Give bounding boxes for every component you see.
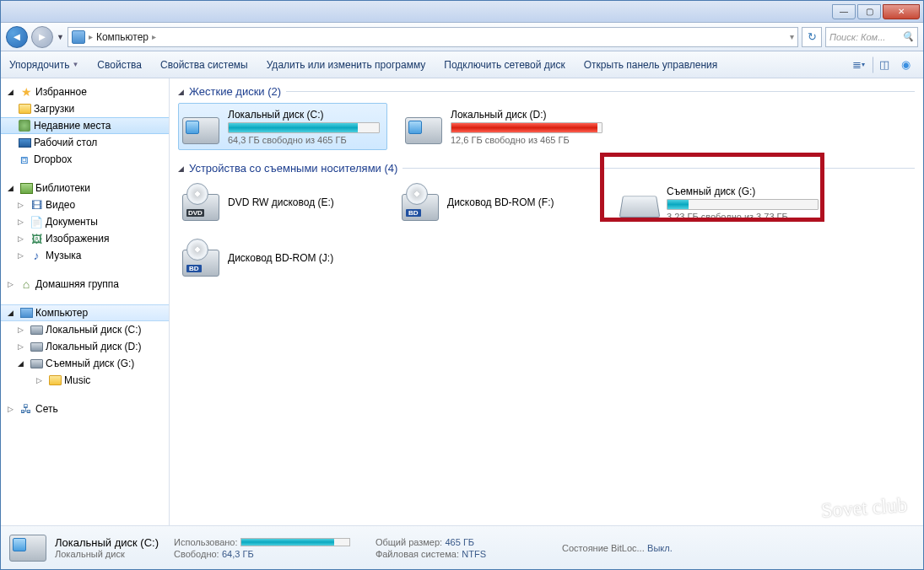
drive-name: Локальный диск (C:) xyxy=(228,109,383,121)
details-fs-val: NTFS xyxy=(462,549,486,559)
desktop-icon xyxy=(18,136,31,149)
drive-f[interactable]: BD Дисковод BD-ROM (F:) xyxy=(397,180,607,227)
usage-bar xyxy=(451,122,602,133)
system-properties-button[interactable]: Свойства системы xyxy=(160,59,248,71)
toolbar: Упорядочить▼ Свойства Свойства системы У… xyxy=(1,51,923,78)
drive-name: Дисковод BD-ROM (F:) xyxy=(447,196,602,208)
collapse-icon: ◢ xyxy=(178,164,184,173)
navigation-pane: ◢★Избранное Загрузки Недавние места Рабо… xyxy=(1,78,170,525)
divider xyxy=(286,91,915,92)
maximize-button[interactable]: ▢ xyxy=(857,4,881,19)
highlight-annotation xyxy=(600,153,824,222)
drive-name: DVD RW дисковод (E:) xyxy=(228,196,383,208)
drive-free: 12,6 ГБ свободно из 465 ГБ xyxy=(451,135,606,145)
navbar: ◄ ► ▼ ▸ Компьютер ▸ ▾ ↻ Поиск: Ком... 🔍 xyxy=(1,23,923,51)
sidebar-downloads[interactable]: Загрузки xyxy=(1,100,169,117)
breadcrumb[interactable]: ▸ Компьютер ▸ ▾ xyxy=(68,27,798,47)
details-total-label: Общий размер: xyxy=(376,537,442,547)
sidebar-disk-c[interactable]: ▷Локальный диск (C:) xyxy=(1,321,169,338)
close-button[interactable]: ✕ xyxy=(883,4,920,19)
sidebar-dropbox[interactable]: ⧈Dropbox xyxy=(1,151,169,168)
sidebar-music-folder[interactable]: ▷Music xyxy=(1,372,169,389)
sidebar-disk-d[interactable]: ▷Локальный диск (D:) xyxy=(1,338,169,355)
control-panel-button[interactable]: Открыть панель управления xyxy=(584,59,718,71)
breadcrumb-location[interactable]: Компьютер xyxy=(96,31,149,43)
breadcrumb-dropdown-icon[interactable]: ▾ xyxy=(790,32,794,41)
sidebar-video[interactable]: ▷🎞Видео xyxy=(1,196,169,213)
dvd-icon: DVD xyxy=(182,184,221,223)
group-hard-disks[interactable]: ◢ Жесткие диски (2) xyxy=(178,85,915,98)
details-used-label: Использовано: xyxy=(174,537,238,547)
history-dropdown-icon[interactable]: ▼ xyxy=(57,33,64,41)
drive-c[interactable]: Локальный диск (C:) 64,3 ГБ свободно из … xyxy=(178,103,387,150)
hdd-icon xyxy=(405,107,444,146)
search-placeholder: Поиск: Ком... xyxy=(829,32,885,42)
details-fs-label: Файловая система: xyxy=(376,549,459,559)
drive-name: Дисковод BD-ROM (J:) xyxy=(228,252,383,264)
star-icon: ★ xyxy=(19,85,33,99)
sidebar-recent[interactable]: Недавние места xyxy=(1,117,169,134)
sidebar-music[interactable]: ▷♪Музыка xyxy=(1,247,169,264)
details-pane: Локальный диск (C:) Локальный диск Испол… xyxy=(1,525,923,569)
drive-name: Локальный диск (D:) xyxy=(451,109,606,121)
recent-icon xyxy=(18,119,31,132)
disk-icon xyxy=(30,340,43,353)
sidebar-documents[interactable]: ▷📄Документы xyxy=(1,213,169,230)
help-icon[interactable]: ◉ xyxy=(896,56,915,73)
back-button[interactable]: ◄ xyxy=(6,26,28,48)
uninstall-button[interactable]: Удалить или изменить программу xyxy=(267,59,426,71)
dropbox-icon: ⧈ xyxy=(18,153,31,166)
sidebar-disk-g[interactable]: ◢Съемный диск (G:) xyxy=(1,355,169,372)
sidebar-computer[interactable]: ◢Компьютер xyxy=(1,304,169,321)
disk-icon xyxy=(30,357,43,370)
documents-icon: 📄 xyxy=(30,215,43,229)
map-drive-button[interactable]: Подключить сетевой диск xyxy=(444,59,565,71)
homegroup-icon: ⌂ xyxy=(19,277,33,291)
bd-icon: BD xyxy=(402,184,440,223)
breadcrumb-sep-icon: ▸ xyxy=(89,32,93,41)
collapse-icon: ◢ xyxy=(178,88,184,96)
images-icon: 🖼 xyxy=(30,232,43,245)
details-bitlocker-label: Состояние BitLoc... xyxy=(562,543,645,553)
sidebar-homegroup[interactable]: ▷⌂Домашняя группа xyxy=(1,276,169,293)
details-type: Локальный диск xyxy=(55,549,159,559)
forward-button[interactable]: ► xyxy=(31,26,53,48)
organize-menu[interactable]: Упорядочить▼ xyxy=(9,59,78,71)
libraries-icon xyxy=(19,181,33,195)
sidebar-desktop[interactable]: Рабочий стол xyxy=(1,134,169,151)
titlebar: — ▢ ✕ xyxy=(1,1,923,23)
details-name: Локальный диск (C:) xyxy=(55,536,159,549)
search-icon: 🔍 xyxy=(902,31,914,42)
drive-e[interactable]: DVD DVD RW дисковод (E:) xyxy=(178,180,387,227)
hdd-icon xyxy=(9,531,46,565)
computer-icon xyxy=(72,30,85,44)
sidebar-network[interactable]: ▷🖧Сеть xyxy=(1,401,169,417)
details-free-label: Свободно: xyxy=(174,549,219,559)
properties-button[interactable]: Свойства xyxy=(97,59,142,71)
minimize-button[interactable]: — xyxy=(832,4,856,19)
drive-d[interactable]: Локальный диск (D:) 12,6 ГБ свободно из … xyxy=(401,103,610,150)
view-menu-icon[interactable]: ≣ ▾ xyxy=(849,56,867,73)
refresh-button[interactable]: ↻ xyxy=(802,27,822,47)
window-controls: — ▢ ✕ xyxy=(832,4,923,19)
search-input[interactable]: Поиск: Ком... 🔍 xyxy=(825,27,918,47)
folder-icon xyxy=(48,374,62,387)
bd-icon: BD xyxy=(182,239,221,278)
usage-bar xyxy=(228,122,380,133)
music-icon: ♪ xyxy=(30,249,43,262)
drive-free: 64,3 ГБ свободно из 465 ГБ xyxy=(228,135,383,145)
body: ◢★Избранное Загрузки Недавние места Рабо… xyxy=(1,78,923,525)
drive-j[interactable]: BD Дисковод BD-ROM (J:) xyxy=(178,235,387,282)
video-icon: 🎞 xyxy=(30,198,43,212)
sidebar-libraries[interactable]: ◢Библиотеки xyxy=(1,180,169,196)
details-total-val: 465 ГБ xyxy=(446,537,475,547)
preview-pane-icon[interactable]: ◫ xyxy=(873,56,891,73)
explorer-window: — ▢ ✕ ◄ ► ▼ ▸ Компьютер ▸ ▾ ↻ Поиск: Ком… xyxy=(0,0,924,570)
details-usage-bar xyxy=(240,538,350,546)
computer-icon xyxy=(19,306,33,320)
details-bitlocker-val: Выкл. xyxy=(647,543,673,553)
sidebar-images[interactable]: ▷🖼Изображения xyxy=(1,230,169,247)
sidebar-favorites[interactable]: ◢★Избранное xyxy=(1,83,169,100)
hdd-icon xyxy=(182,107,221,146)
network-icon: 🖧 xyxy=(19,402,33,416)
